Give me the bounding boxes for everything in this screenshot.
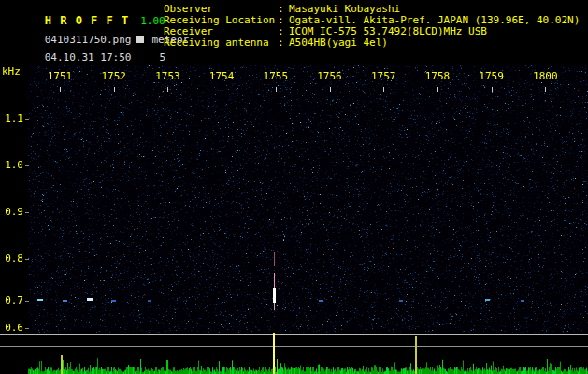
power-strip-canvas [0, 333, 588, 374]
freq-tick-label: 0.7 [0, 295, 23, 307]
hrofft-screen: H R O F F T1.00 0410311750.pngmeteor 04.… [0, 0, 588, 374]
info-colon: : [278, 37, 289, 49]
freq-tick-label: 1.0 [0, 160, 23, 171]
header: H R O F F T1.00 0410311750.pngmeteor 04.… [0, 0, 588, 65]
info-value: A504HB(yagi 4el) [289, 37, 388, 49]
freq-tick-label: 0.9 [0, 207, 23, 218]
echo-count: 5 [159, 51, 165, 64]
freq-tick-label: 1.1 [0, 113, 23, 124]
info-label: Receiving antenna [164, 37, 278, 49]
observation-info: Observer:Masayuki Kobayashi Receiving Lo… [164, 4, 580, 49]
info-row-antenna: Receiving antenna:A504HB(yagi 4el) [164, 37, 580, 49]
freq-tick-label: 0.8 [0, 253, 23, 265]
timestamp: 04.10.31 17:50 [45, 51, 132, 64]
spectrogram-canvas [28, 65, 588, 333]
